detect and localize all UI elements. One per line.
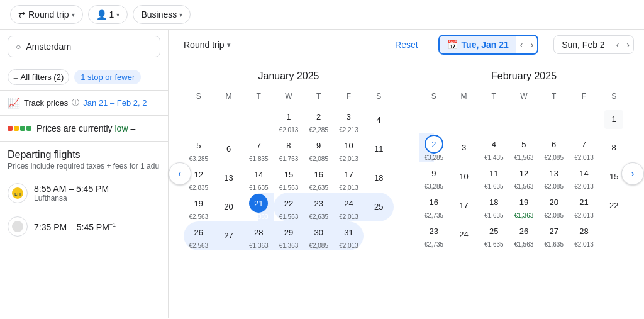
day-cell[interactable]: 21€2,013 [569, 191, 599, 220]
flight-card-2[interactable]: 7:35 PM – 5:45 PM+1 [8, 210, 160, 243]
calendar-roundtrip-select[interactable]: Round trip ▾ [179, 37, 236, 52]
day-cell[interactable]: 8 [599, 133, 629, 162]
day-cell[interactable]: 1€2,013 [274, 106, 304, 135]
day-cell[interactable]: 26€2,563 [184, 221, 214, 250]
day-cell[interactable]: 3€2,213 [334, 106, 364, 135]
day-cell[interactable]: 11€1,635 [479, 162, 509, 191]
day-cell[interactable]: 25 [364, 193, 394, 221]
day-price: €1,363 [249, 242, 269, 249]
day-cell [569, 106, 599, 133]
search-box[interactable]: ○ Amsterdam [8, 36, 160, 57]
departing-title: Departing flights [8, 149, 160, 160]
day-cell [539, 106, 569, 133]
day-cell[interactable]: 5€3,285 [184, 135, 214, 164]
day-cell[interactable]: 23€2,635 [304, 193, 334, 221]
day-number: 23 [425, 221, 443, 240]
date-end-next-button[interactable]: › [623, 37, 633, 52]
day-cell[interactable]: 9€3,285 [419, 162, 449, 191]
day-cell[interactable]: 31€2,013 [334, 221, 364, 250]
day-price: €1,363 [279, 242, 299, 249]
day-cell[interactable]: 1 [599, 106, 629, 133]
day-cell[interactable]: 19€2,563 [184, 193, 214, 221]
day-cell[interactable]: 18 [364, 164, 394, 193]
passengers-label: 1 [109, 9, 114, 20]
day-cell[interactable]: 29€1,363 [274, 221, 304, 250]
day-cell[interactable]: 3 [449, 133, 479, 162]
day-cell[interactable]: 15€1,563 [274, 164, 304, 193]
day-cell[interactable]: 28€1,363 [243, 221, 274, 250]
day-cell[interactable]: 2€2,285 [304, 106, 334, 135]
day-cell[interactable]: 22 [599, 191, 629, 220]
calendar-next-button[interactable]: › [621, 162, 644, 185]
day-cell[interactable]: 22€1,563 [274, 193, 304, 221]
day-cell[interactable]: 13 [214, 164, 244, 193]
day-cell[interactable]: 7€1,835 [243, 135, 274, 164]
day-number: 29 [279, 223, 298, 242]
calendar-prev-button[interactable]: ‹ [169, 162, 191, 185]
day-cell[interactable]: 27 [214, 221, 244, 250]
day-cell[interactable]: 21€1,363 [243, 193, 274, 221]
reset-button[interactable]: Reset [395, 40, 418, 50]
day-cell[interactable]: 13€2,085 [539, 162, 569, 191]
day-cell[interactable]: 16€2,735 [419, 191, 449, 220]
day-cell[interactable]: 24 [449, 220, 479, 249]
day-cell[interactable]: 17 [449, 191, 479, 220]
day-price: €2,085 [544, 212, 564, 219]
day-cell[interactable]: 19€1,363 [509, 191, 539, 220]
day-cell[interactable]: 24€2,013 [334, 193, 364, 221]
passengers-button[interactable]: 👤 1 ▾ [88, 5, 128, 24]
day-cell[interactable]: 4€1,435 [479, 133, 509, 162]
day-number: 5 [514, 135, 533, 154]
day-cell[interactable]: 8€1,763 [274, 135, 304, 164]
date-end-selected[interactable]: Sun, Feb 2 [554, 36, 613, 53]
class-button[interactable]: Business ▾ [133, 5, 191, 24]
flight-card-1[interactable]: LH 8:55 AM – 5:45 PM Lufthansa [8, 177, 160, 210]
date-start-prev-button[interactable]: ‹ [516, 37, 527, 52]
day-cell[interactable]: 14€1,635 [243, 164, 274, 193]
day-cell[interactable]: 6 [214, 135, 244, 164]
day-number: 16 [309, 165, 328, 184]
day-price: €1,635 [484, 212, 504, 219]
filter-icon: ≡ [13, 72, 18, 82]
day-cell[interactable]: 17€2,013 [334, 164, 364, 193]
day-cell[interactable]: 23€2,735 [419, 220, 449, 249]
day-cell[interactable]: 5€1,563 [509, 133, 539, 162]
roundtrip-button[interactable]: ⇄ Round trip ▾ [10, 5, 83, 24]
day-cell[interactable]: 10 [449, 162, 479, 191]
day-cell[interactable]: 26€1,563 [509, 220, 539, 249]
day-price: €2,285 [309, 126, 328, 133]
date-start-selected[interactable]: 📅 Tue, Jan 21 [440, 36, 516, 53]
day-price: €2,085 [544, 154, 564, 161]
all-filters-button[interactable]: ≡ All filters (2) [8, 69, 69, 85]
calendar-icon: 📅 [447, 40, 458, 50]
day-cell[interactable]: 18€1,635 [479, 191, 509, 220]
day-cell[interactable]: 28€2,013 [569, 220, 599, 249]
day-cell[interactable]: 6€2,085 [539, 133, 569, 162]
day-cell[interactable]: 14€2,013 [569, 162, 599, 191]
day-cell[interactable]: 20 [214, 193, 244, 221]
day-cell[interactable]: 7€2,013 [569, 133, 599, 162]
day-price: €1,363 [514, 212, 534, 219]
day-cell[interactable]: 10€2,013 [334, 135, 364, 164]
day-cell [599, 220, 629, 249]
day-cell[interactable]: 27€1,635 [539, 220, 569, 249]
day-cell[interactable]: 16€2,635 [304, 164, 334, 193]
day-cell[interactable]: 12€1,563 [509, 162, 539, 191]
day-cell[interactable]: 30€2,085 [304, 221, 334, 250]
day-cell[interactable]: 2€3,285 [419, 133, 449, 162]
day-number: 19 [514, 193, 533, 211]
calendar-roundtrip-chevron-icon: ▾ [227, 41, 231, 49]
day-price: €2,635 [309, 213, 328, 220]
stop-badge[interactable]: 1 stop or fewer [74, 70, 141, 84]
left-chevron-icon: ‹ [178, 168, 181, 179]
date-end-prev-button[interactable]: ‹ [613, 37, 623, 52]
day-cell[interactable]: 20€2,085 [539, 191, 569, 220]
day-cell[interactable]: 4 [364, 106, 394, 135]
day-number: 9 [309, 136, 328, 155]
date-start-next-button[interactable]: › [526, 37, 537, 52]
day-cell[interactable]: 11 [364, 135, 394, 164]
day-cell[interactable]: 25€1,635 [479, 220, 509, 249]
day-price: €2,563 [189, 242, 209, 249]
day-number: 18 [484, 193, 503, 211]
day-cell[interactable]: 9€2,085 [304, 135, 334, 164]
